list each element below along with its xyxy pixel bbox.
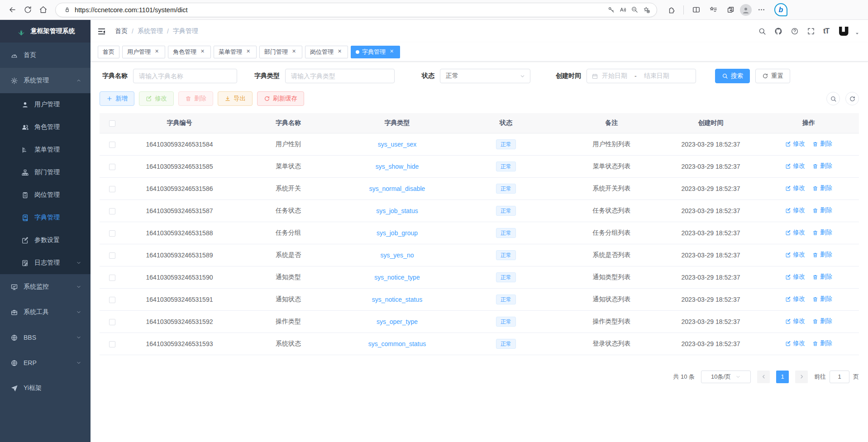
row-delete-button[interactable]: 删除: [812, 317, 832, 325]
row-edit-button[interactable]: 修改: [785, 317, 805, 325]
sidebar-item-role[interactable]: 角色管理: [0, 116, 91, 138]
url-text[interactable]: https://ccnetcore.com:1101/system/dict: [75, 6, 605, 14]
close-icon[interactable]: [245, 48, 252, 55]
sidebar-item-menu[interactable]: 菜单管理: [0, 138, 91, 161]
row-edit-button[interactable]: 修改: [785, 162, 805, 170]
refresh-cache-button[interactable]: 刷新缓存: [257, 91, 304, 106]
close-icon[interactable]: [153, 48, 160, 55]
dict-type-link[interactable]: sys_oper_type: [377, 318, 418, 325]
dict-type-input[interactable]: [285, 69, 395, 83]
dict-type-link[interactable]: sys_show_hide: [376, 163, 419, 170]
search-icon[interactable]: [758, 27, 766, 35]
font-size-icon[interactable]: tT: [823, 27, 829, 35]
refresh-table-button[interactable]: [845, 92, 859, 105]
row-checkbox[interactable]: [109, 252, 115, 259]
row-edit-button[interactable]: 修改: [785, 273, 805, 281]
close-icon[interactable]: [336, 48, 343, 55]
row-checkbox[interactable]: [109, 164, 115, 170]
user-avatar[interactable]: [837, 25, 850, 38]
show-search-button[interactable]: [826, 92, 840, 105]
sidebar-item-log[interactable]: 日志管理: [0, 252, 91, 274]
row-checkbox[interactable]: [109, 297, 115, 303]
tab-menu[interactable]: 菜单管理: [214, 46, 257, 58]
collections-icon[interactable]: [723, 3, 738, 17]
search-button[interactable]: 搜索: [715, 69, 750, 83]
goto-page-input[interactable]: [830, 371, 849, 383]
breadcrumb-home[interactable]: 首页: [115, 27, 128, 35]
row-edit-button[interactable]: 修改: [785, 228, 805, 237]
sidebar-item-erp[interactable]: ERP: [0, 350, 91, 375]
sidebar-item-tool[interactable]: 系统工具: [0, 299, 91, 325]
dict-type-link[interactable]: sys_common_status: [368, 340, 426, 347]
tab-dict[interactable]: 字典管理: [351, 46, 400, 58]
reset-button[interactable]: 重置: [755, 69, 790, 83]
fullscreen-icon[interactable]: [807, 27, 815, 35]
row-delete-button[interactable]: 删除: [812, 339, 832, 347]
read-aloud-icon[interactable]: [617, 4, 629, 16]
sidebar-item-yiframe[interactable]: Yi框架: [0, 375, 91, 401]
tab-home[interactable]: 首页: [98, 46, 119, 58]
row-delete-button[interactable]: 删除: [812, 273, 832, 281]
row-edit-button[interactable]: 修改: [785, 140, 805, 148]
sidebar-item-config[interactable]: 参数设置: [0, 229, 91, 252]
current-page-button[interactable]: 1: [776, 371, 789, 383]
add-button[interactable]: 新增: [100, 91, 134, 106]
row-checkbox[interactable]: [109, 142, 115, 148]
sidebar-item-monitor[interactable]: 系统监控: [0, 274, 91, 299]
sidebar-item-system[interactable]: 系统管理: [0, 68, 91, 93]
profile-avatar[interactable]: [740, 4, 752, 16]
row-delete-button[interactable]: 删除: [812, 228, 832, 237]
row-delete-button[interactable]: 删除: [812, 162, 832, 170]
breadcrumb-system[interactable]: 系统管理: [138, 27, 163, 35]
close-icon[interactable]: [388, 48, 395, 55]
refresh-icon[interactable]: [20, 3, 35, 17]
row-edit-button[interactable]: 修改: [785, 251, 805, 259]
row-delete-button[interactable]: 删除: [812, 295, 832, 303]
github-icon[interactable]: [774, 27, 782, 35]
zoom-out-icon[interactable]: [629, 4, 640, 16]
help-icon[interactable]: [791, 27, 799, 35]
row-checkbox[interactable]: [109, 319, 115, 325]
home-icon[interactable]: [35, 3, 51, 17]
row-checkbox[interactable]: [109, 230, 115, 237]
password-key-icon[interactable]: [605, 4, 617, 16]
row-checkbox[interactable]: [109, 341, 115, 347]
status-select[interactable]: 正常: [440, 69, 530, 83]
favorites-icon[interactable]: [706, 3, 721, 17]
export-button[interactable]: 导出: [218, 91, 253, 106]
more-menu-icon[interactable]: [754, 3, 769, 17]
dict-type-link[interactable]: sys_normal_disable: [369, 185, 425, 192]
row-checkbox[interactable]: [109, 208, 115, 214]
row-delete-button[interactable]: 删除: [812, 140, 832, 148]
sidebar-item-bbs[interactable]: BBS: [0, 325, 91, 350]
sidebar-item-post[interactable]: 岗位管理: [0, 184, 91, 206]
row-edit-button[interactable]: 修改: [785, 339, 805, 347]
page-size-select[interactable]: 10条/页: [701, 371, 751, 383]
back-icon[interactable]: [5, 3, 20, 17]
close-icon[interactable]: [291, 48, 297, 55]
sidebar-item-home[interactable]: 首页: [0, 43, 91, 68]
delete-button[interactable]: 删除: [178, 91, 213, 106]
date-range-picker[interactable]: 开始日期 - 结束日期: [587, 69, 696, 83]
dict-type-link[interactable]: sys_user_sex: [378, 141, 417, 148]
row-delete-button[interactable]: 删除: [812, 206, 832, 214]
sidebar-item-dict[interactable]: 字典管理: [0, 206, 91, 229]
row-edit-button[interactable]: 修改: [785, 184, 805, 192]
row-edit-button[interactable]: 修改: [785, 295, 805, 303]
next-page-button[interactable]: [795, 371, 808, 383]
sidebar-collapse-icon[interactable]: [97, 26, 108, 37]
add-favorite-icon[interactable]: [640, 4, 652, 16]
dict-type-link[interactable]: sys_job_group: [377, 229, 418, 237]
dict-type-link[interactable]: sys_notice_status: [372, 296, 422, 303]
select-all-checkbox[interactable]: [109, 120, 115, 127]
prev-page-button[interactable]: [757, 371, 770, 383]
dict-type-link[interactable]: sys_job_status: [376, 207, 418, 214]
tab-role[interactable]: 角色管理: [168, 46, 211, 58]
row-delete-button[interactable]: 删除: [812, 184, 832, 192]
sidebar-item-user[interactable]: 用户管理: [0, 93, 91, 116]
row-checkbox[interactable]: [109, 186, 115, 192]
edit-button[interactable]: 修改: [139, 91, 174, 106]
tab-user[interactable]: 用户管理: [122, 46, 165, 58]
row-checkbox[interactable]: [109, 275, 115, 281]
row-delete-button[interactable]: 删除: [812, 251, 832, 259]
